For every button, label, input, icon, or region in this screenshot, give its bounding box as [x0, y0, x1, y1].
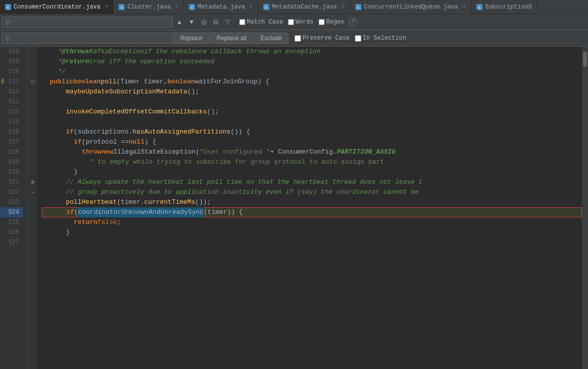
tab-close-1[interactable]: × — [105, 4, 109, 10]
gutter-510 — [28, 67, 38, 77]
tab-icon-3: c — [189, 4, 195, 10]
tab-close-2[interactable]: × — [175, 4, 179, 10]
tab-metadatacache[interactable]: c MetadataCache.java × — [258, 0, 350, 14]
words-label: Words — [296, 19, 314, 26]
line-num-517: 517 — [0, 137, 23, 147]
gutter — [28, 47, 38, 369]
code-line-522: // group proactively due to application … — [42, 187, 582, 197]
replace-all-button[interactable]: Replace all — [210, 33, 253, 44]
code-line-524: if (coordinatorUnknownAndUnreadySync(tim… — [42, 207, 582, 217]
scroll-indicator[interactable] — [582, 47, 588, 369]
preserve-case-checkbox[interactable] — [295, 35, 301, 42]
match-case-option[interactable]: Match Case — [239, 19, 283, 26]
find-prev-button[interactable]: ▲ — [174, 17, 185, 28]
gutter-521 — [28, 177, 38, 187]
code-content[interactable]: * @throws KafkaException if the rebalanc… — [38, 47, 582, 369]
gutter-511 — [28, 77, 38, 87]
line-num-526: 526 — [0, 227, 23, 237]
gutter-523 — [28, 197, 38, 207]
line-num-520: 520 — [0, 167, 23, 177]
tab-label-6: SubscriptionS — [485, 4, 532, 11]
at-annotation: @ — [1, 77, 4, 87]
gutter-526 — [28, 227, 38, 237]
words-option[interactable]: Words — [288, 19, 314, 26]
line-num-516: 516 — [0, 127, 23, 137]
code-line-508: * @throws KafkaException if the rebalanc… — [42, 47, 582, 57]
tab-bar: c ConsumerCoordinator.java × c Cluster.j… — [0, 0, 588, 14]
line-num-522: 522 — [0, 187, 23, 197]
code-line-524-container: if (coordinatorUnknownAndUnreadySync(tim… — [42, 207, 582, 217]
line-num-521: 521 — [0, 177, 23, 187]
find-close-button[interactable]: ◎ — [198, 17, 209, 28]
find-input[interactable] — [2, 17, 173, 28]
code-line-515 — [42, 117, 582, 127]
svg-rect-2 — [31, 192, 34, 193]
tab-close-3[interactable]: × — [249, 4, 253, 10]
preserve-case-option[interactable]: Preserve Case — [295, 35, 350, 42]
in-selection-label: In Selection — [363, 35, 406, 42]
tab-icon-6: c — [476, 4, 482, 10]
regex-label: Regex — [326, 19, 344, 26]
tab-label-5: ConcurrentLinkedQueue.java — [364, 4, 458, 11]
regex-help-button[interactable]: ? — [349, 18, 357, 26]
in-selection-option[interactable]: In Selection — [355, 35, 406, 42]
preserve-case-label: Preserve Case — [303, 35, 350, 42]
gutter-525 — [28, 217, 38, 227]
tab-close-5[interactable]: × — [462, 4, 466, 10]
code-line-513 — [42, 97, 582, 107]
line-num-527: 527 — [0, 237, 23, 248]
tab-cluster[interactable]: c Cluster.java × — [114, 0, 184, 14]
replace-input[interactable] — [2, 33, 173, 44]
line-num-513: 513 — [0, 97, 23, 107]
line-num-523: 523 — [0, 197, 23, 207]
replace-row: Replace Replace all Exclude Preserve Cas… — [0, 30, 588, 46]
code-line-514: invokeCompletedOffsetCommitCallbacks(); — [42, 107, 582, 117]
gutter-517 — [28, 137, 38, 147]
tab-close-4[interactable]: × — [341, 4, 345, 10]
line-num-525: 525 — [0, 217, 23, 227]
regex-checkbox[interactable] — [319, 19, 325, 25]
tab-subscriptions[interactable]: c SubscriptionS — [471, 0, 538, 14]
gutter-514 — [28, 107, 38, 117]
code-line-527 — [42, 237, 582, 248]
gutter-527 — [28, 237, 38, 248]
line-num-511: @ 511 — [0, 77, 23, 87]
tab-icon-2: c — [119, 4, 125, 10]
line-num-510: 510 — [0, 67, 23, 77]
gutter-518 — [28, 147, 38, 157]
gutter-516 — [28, 127, 38, 137]
tab-label-4: MetadataCache.java — [272, 4, 337, 11]
match-case-checkbox[interactable] — [239, 19, 245, 25]
gutter-512 — [28, 87, 38, 97]
svg-marker-1 — [31, 180, 35, 184]
tab-metadata[interactable]: c Metadata.java × — [184, 0, 258, 14]
find-options: Match Case Words Regex ? — [239, 18, 357, 26]
gutter-524 — [28, 207, 38, 217]
highlighted-search-term: coordinatorUnknownAndUnreadySync — [78, 207, 204, 217]
line-num-519: 519 — [0, 157, 23, 167]
line-num-515: 515 — [0, 117, 23, 127]
tab-icon-1: c — [5, 4, 11, 10]
in-selection-checkbox[interactable] — [355, 35, 361, 42]
find-replace-bar: ▲ ▼ ◎ ⊟ ▽ Match Case Words Regex ? Repla… — [0, 14, 588, 47]
tab-icon-4: c — [263, 4, 269, 10]
code-line-523: pollHeartbeat(timer.currentTimeMs()); — [42, 197, 582, 207]
find-multiline-button[interactable]: ⊟ — [210, 17, 221, 28]
tab-label-3: Metadata.java — [198, 4, 245, 11]
exclude-button[interactable]: Exclude — [254, 33, 288, 44]
code-area: 508 509 510 @ 511 512 513 514 515 516 51… — [0, 47, 588, 369]
words-checkbox[interactable] — [288, 19, 294, 25]
replace-button[interactable]: Replace — [174, 33, 209, 44]
tab-label-2: Cluster.java — [127, 4, 170, 11]
find-filter-button[interactable]: ▽ — [222, 17, 233, 28]
line-num-518: 518 — [0, 147, 23, 157]
tab-concurrentlinkedqueue[interactable]: c ConcurrentLinkedQueue.java × — [350, 0, 471, 14]
tab-consumer-coordinator[interactable]: c ConsumerCoordinator.java × — [0, 0, 114, 14]
tab-icon-5: c — [355, 4, 361, 10]
replace-options: Preserve Case In Selection — [295, 35, 406, 42]
regex-option[interactable]: Regex — [319, 19, 344, 26]
find-next-button[interactable]: ▼ — [186, 17, 197, 28]
line-numbers: 508 509 510 @ 511 512 513 514 515 516 51… — [0, 47, 28, 369]
scroll-thumb[interactable] — [583, 52, 587, 67]
gutter-513 — [28, 97, 38, 107]
